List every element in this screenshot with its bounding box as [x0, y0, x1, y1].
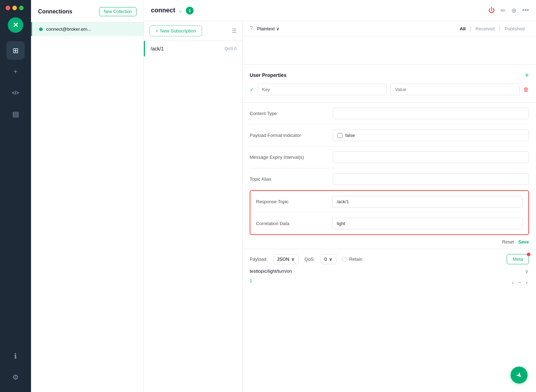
- retain-radio[interactable]: [342, 257, 347, 262]
- qos-value: 0: [324, 257, 327, 262]
- reset-button[interactable]: Reset: [502, 239, 514, 245]
- chevron-down-icon: ∨: [276, 26, 280, 31]
- send-button[interactable]: ➤: [511, 367, 528, 384]
- plus-icon: +: [156, 28, 158, 34]
- property-value-input[interactable]: [390, 84, 520, 95]
- chevron-down-icon[interactable]: ⌵: [179, 7, 182, 14]
- response-topic-input[interactable]: [332, 196, 523, 207]
- publish-topic[interactable]: testtopic/light/turn/on: [250, 269, 292, 274]
- send-icon: ➤: [514, 370, 524, 380]
- payload-format-select[interactable]: JSON ∨: [273, 254, 299, 264]
- payload-format-text: JSON: [277, 257, 290, 262]
- chevron-down-icon: ∨: [329, 257, 333, 262]
- filter-bar: ? Plaintext ∨ All | Received | Published: [243, 21, 536, 36]
- payload-format-field: false: [333, 129, 529, 141]
- power-icon[interactable]: ⏻: [488, 7, 495, 14]
- filter-icon[interactable]: ☰: [232, 28, 237, 34]
- split-layout: + New Subscription ☰ /ack/1 QoS 0 ? Plai…: [144, 21, 536, 392]
- response-topic-row: Response Topic: [250, 191, 528, 213]
- connection-status-dot: [39, 28, 43, 31]
- sidebar-item-info[interactable]: ℹ: [6, 347, 25, 365]
- meta-button[interactable]: Meta: [507, 254, 529, 264]
- tab-received[interactable]: Received: [471, 26, 499, 31]
- topbar-title: connect: [151, 7, 175, 14]
- fields-section: Content Type Payload Format Indicator fa…: [243, 103, 536, 190]
- check-icon: ✓: [250, 87, 254, 92]
- payload-value[interactable]: 1: [250, 278, 252, 283]
- app-logo: ✕: [8, 17, 23, 33]
- sidebar-item-code[interactable]: </>: [6, 84, 25, 102]
- traffic-light-red[interactable]: [6, 6, 10, 10]
- expiry-interval-input[interactable]: [333, 151, 529, 163]
- new-subscription-button[interactable]: + New Subscription: [150, 25, 202, 36]
- connection-badge: 1: [186, 7, 194, 14]
- traffic-light-green[interactable]: [19, 6, 24, 10]
- subscription-item[interactable]: /ack/1 QoS 0: [144, 41, 242, 56]
- expiry-interval-row: Message Expiry Interval(s): [250, 146, 529, 168]
- new-collection-button[interactable]: New Collection: [99, 7, 136, 16]
- database-icon: ▤: [12, 110, 19, 118]
- delete-property-icon[interactable]: 🗑: [523, 86, 529, 93]
- retain-label-text: Retain: [349, 257, 363, 262]
- highlighted-section: Response Topic Correlation Data: [250, 190, 529, 235]
- minus-arrow[interactable]: −: [517, 278, 523, 287]
- traffic-lights: [0, 6, 24, 10]
- content-type-label: Content Type: [250, 111, 327, 116]
- payload-area: 1 ‹ − ›: [250, 278, 529, 287]
- publish-controls: Payload: JSON ∨ QoS: 0 ∨ Retain: [250, 254, 529, 264]
- expiry-interval-label: Message Expiry Interval(s): [250, 155, 327, 160]
- content-type-input[interactable]: [333, 108, 529, 119]
- format-selector[interactable]: Plaintext ∨: [257, 26, 280, 31]
- topic-alias-label: Topic Alias: [250, 176, 327, 182]
- payload-label: Payload:: [250, 257, 268, 262]
- tab-published[interactable]: Published: [500, 26, 529, 31]
- add-property-button[interactable]: +: [525, 72, 529, 79]
- subscription-topic: /ack/1: [151, 46, 221, 52]
- code-icon: </>: [12, 90, 19, 96]
- save-button[interactable]: Save: [518, 239, 529, 245]
- qos-select[interactable]: 0 ∨: [321, 254, 336, 264]
- subscription-qos: QoS 0: [225, 46, 237, 51]
- help-icon[interactable]: ?: [250, 25, 253, 32]
- user-property-row: ✓ 🗑: [250, 84, 529, 95]
- sidebar-item-database[interactable]: ▤: [6, 105, 25, 123]
- payload-format-checkbox[interactable]: [337, 133, 342, 138]
- topic-alias-input[interactable]: [333, 173, 529, 185]
- retain-control: Retain: [342, 257, 363, 262]
- connections-header: Connections New Collection: [31, 0, 144, 22]
- correlation-data-input[interactable]: [332, 218, 523, 229]
- chevron-down-icon: ∨: [291, 257, 295, 262]
- right-panel-container: ? Plaintext ∨ All | Received | Published: [243, 21, 536, 392]
- sidebar-item-settings[interactable]: ⚙: [6, 368, 25, 386]
- user-properties-section: User Properties + ✓ 🗑: [243, 65, 536, 103]
- sidebar-item-connections[interactable]: ⊞: [6, 41, 25, 60]
- right-panel: ? Plaintext ∨ All | Received | Published: [243, 21, 536, 392]
- tab-all[interactable]: All: [456, 26, 470, 31]
- prev-arrow[interactable]: ‹: [511, 278, 515, 287]
- next-arrow[interactable]: ›: [524, 278, 529, 287]
- more-icon[interactable]: •••: [522, 7, 529, 14]
- traffic-light-yellow[interactable]: [12, 6, 17, 10]
- topbar: connect ⌵ 1 ⏻ ✏ ⊕ •••: [144, 0, 536, 21]
- user-properties-title: User Properties: [250, 72, 286, 78]
- content-type-row: Content Type: [250, 103, 529, 125]
- topic-chevron-icon[interactable]: ∨: [525, 268, 529, 275]
- edit-icon[interactable]: ✏: [500, 7, 506, 14]
- subscriptions-panel: + New Subscription ☰ /ack/1 QoS 0: [144, 21, 243, 392]
- message-area: [243, 36, 536, 65]
- topic-row: testtopic/light/turn/on ∨: [250, 268, 529, 275]
- payload-format-label: Payload Format Indicator: [250, 133, 327, 138]
- property-key-input[interactable]: [257, 84, 387, 95]
- settings-icon: ⚙: [12, 373, 19, 381]
- meta-badge: [527, 253, 530, 256]
- navigation-arrows: ‹ − ›: [511, 278, 529, 287]
- topic-alias-row: Topic Alias: [250, 168, 529, 190]
- payload-format-row: Payload Format Indicator false: [250, 125, 529, 146]
- add-tab-icon[interactable]: ⊕: [511, 7, 517, 14]
- payload-format-value: false: [345, 133, 355, 138]
- response-topic-label: Response Topic: [256, 199, 327, 204]
- sidebar-item-add[interactable]: +: [6, 62, 25, 81]
- sidebar: ✕ ⊞ + </> ▤ ℹ ⚙: [0, 0, 31, 392]
- connection-item[interactable]: connect@broker.em...: [31, 22, 144, 36]
- qos-label: QoS:: [304, 257, 315, 262]
